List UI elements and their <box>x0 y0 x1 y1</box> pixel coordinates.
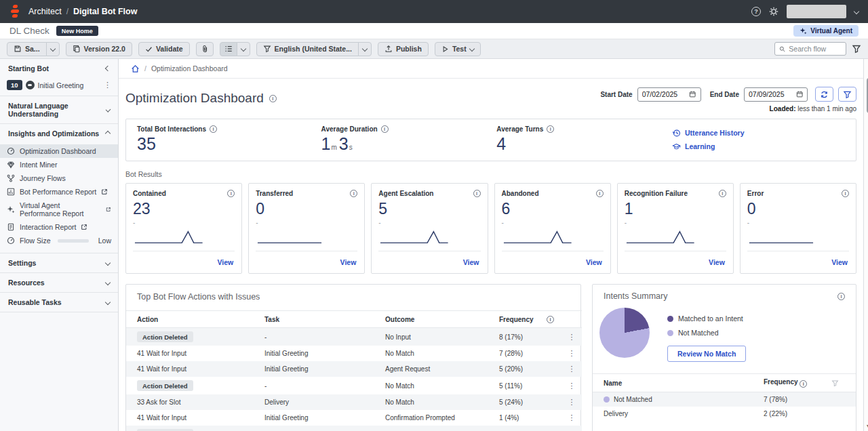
info-icon[interactable] <box>719 190 726 197</box>
info-icon[interactable] <box>837 293 845 300</box>
sidebar-item-interaction-report[interactable]: Interaction Report <box>0 220 118 234</box>
search-flow-input[interactable] <box>789 45 842 53</box>
history-icon <box>672 129 681 138</box>
table-row[interactable]: 33 Ask for Slot Delivery No Match 5 (24%… <box>126 394 582 410</box>
table-row[interactable]: 41 Wait for Input Initial Greeting No Ma… <box>126 346 582 361</box>
kebab-menu-icon[interactable] <box>104 81 111 89</box>
table-filter-icon[interactable] <box>831 379 839 387</box>
table-row[interactable]: 41 Wait for Input Initial Greeting Agent… <box>126 361 582 377</box>
dashboard-filter-button[interactable] <box>838 87 856 102</box>
app-header: Architect / Digital Bot Flow <box>0 0 868 23</box>
card-abandoned: Abandoned 6 - View <box>494 183 611 274</box>
help-icon[interactable] <box>751 7 761 16</box>
task-list-menu-button[interactable] <box>237 42 250 56</box>
version-label: Version 22.0 <box>84 45 125 53</box>
row-menu-icon[interactable] <box>568 398 576 406</box>
info-icon[interactable] <box>547 316 554 323</box>
card-title: Transferred <box>256 190 293 197</box>
info-icon[interactable] <box>842 190 849 197</box>
table-row[interactable]: 41 Wait for Input Initial Greeting Confi… <box>126 410 582 426</box>
row-menu-icon[interactable] <box>568 413 576 422</box>
table-row[interactable]: Delivery 2 (22%) <box>593 407 856 421</box>
info-icon[interactable] <box>210 125 217 133</box>
publish-button[interactable]: Publish <box>378 42 429 56</box>
col-task[interactable]: Task <box>262 311 382 328</box>
sidebar-item-optimization-dashboard[interactable]: Optimization Dashboard <box>0 144 118 158</box>
sidebar-item-journey-flows[interactable]: Journey Flows <box>0 171 118 185</box>
chevron-down-icon[interactable] <box>105 300 111 305</box>
sidebar-section-nlu[interactable]: Natural Language Understanding <box>0 96 118 123</box>
flow-size-level: Low <box>98 237 111 245</box>
collapse-icon[interactable] <box>105 66 111 71</box>
sidebar-section-settings[interactable]: Settings <box>0 253 118 272</box>
info-icon[interactable] <box>350 190 357 197</box>
row-menu-icon[interactable] <box>568 349 576 357</box>
utterance-history-link[interactable]: Utterance History <box>672 129 845 138</box>
refresh-button[interactable] <box>815 87 833 102</box>
calendar-icon[interactable] <box>796 90 803 98</box>
col-outcome[interactable]: Outcome <box>382 311 496 328</box>
language-button[interactable]: English (United State... <box>256 42 359 56</box>
card-title: Abandoned <box>502 190 539 197</box>
sidebar-item-initial-greeting[interactable]: 10 Initial Greeting <box>0 78 118 96</box>
sidebar-item-virtual-agent-performance-report[interactable]: Virtual Agent Performance Report <box>0 199 118 220</box>
sidebar-section-insights[interactable]: Insights and Optimizations <box>0 124 118 143</box>
save-button[interactable]: Sa... <box>7 42 47 56</box>
task-list-button[interactable] <box>220 42 237 56</box>
sidebar-item-bot-performance-report[interactable]: Bot Performance Report <box>0 185 118 199</box>
validate-button[interactable]: Validate <box>138 42 190 56</box>
chevron-down-icon[interactable] <box>105 260 111 266</box>
test-button[interactable]: Test <box>435 42 481 56</box>
col-name[interactable]: Name <box>593 374 761 392</box>
version-button[interactable]: Version 22.0 <box>66 42 132 56</box>
view-link[interactable]: View <box>463 258 479 266</box>
gear-icon[interactable] <box>769 7 778 16</box>
info-icon[interactable] <box>269 95 277 102</box>
info-icon[interactable] <box>381 125 389 133</box>
view-link[interactable]: View <box>831 258 848 266</box>
sidebar-item-intent-miner[interactable]: Intent Miner <box>0 158 118 171</box>
calendar-icon[interactable] <box>689 90 696 98</box>
view-link[interactable]: View <box>217 258 233 266</box>
start-date-input[interactable] <box>642 90 690 98</box>
home-icon[interactable] <box>131 64 140 73</box>
row-menu-icon[interactable] <box>568 382 576 390</box>
chevron-down-icon[interactable] <box>105 280 111 285</box>
row-menu-icon[interactable] <box>568 333 576 341</box>
table-row[interactable]: Action Deleted - No Input 8 (17%) <box>126 328 582 346</box>
dependencies-button[interactable] <box>196 42 214 56</box>
validate-label: Validate <box>156 45 183 53</box>
user-menu[interactable] <box>787 5 846 18</box>
row-menu-icon[interactable] <box>568 365 576 373</box>
chevron-up-icon[interactable] <box>105 131 111 136</box>
table-row[interactable]: Action Deleted - No Match 5 (11%) <box>126 377 582 394</box>
learning-link[interactable]: Learning <box>672 142 845 151</box>
review-no-match-button[interactable]: Review No Match <box>667 346 746 362</box>
sidebar-item-flow-size[interactable]: Flow Size Low <box>0 234 118 247</box>
sidebar-section-reusable-tasks[interactable]: Reusable Tasks <box>0 293 118 312</box>
info-icon[interactable] <box>800 380 807 388</box>
view-link[interactable]: View <box>586 258 602 266</box>
language-menu-button[interactable] <box>358 42 372 56</box>
save-icon <box>14 45 22 53</box>
sidebar-section-starting-bot[interactable]: Starting Bot <box>0 59 118 78</box>
info-icon[interactable] <box>227 190 235 197</box>
save-menu-button[interactable] <box>46 42 60 56</box>
table-row[interactable]: Not Matched 7 (78%) <box>593 392 856 407</box>
chevron-down-icon[interactable] <box>854 9 859 14</box>
view-link[interactable]: View <box>709 258 725 266</box>
info-icon[interactable] <box>596 190 604 197</box>
table-row[interactable]: Action Deleted - No Match 1 (2%) <box>126 426 582 431</box>
vertical-scrollbar[interactable] <box>863 59 868 431</box>
col-frequency[interactable]: Frequency <box>761 374 829 392</box>
refresh-icon <box>820 90 829 99</box>
search-filter-icon[interactable] <box>852 44 861 54</box>
info-icon[interactable] <box>473 190 481 197</box>
end-date-input[interactable] <box>749 90 796 98</box>
info-icon[interactable] <box>547 125 554 133</box>
virtual-agent-button[interactable]: Virtual Agent <box>793 25 859 37</box>
sidebar-section-resources[interactable]: Resources <box>0 273 118 292</box>
col-frequency[interactable]: Frequency <box>496 311 544 328</box>
view-link[interactable]: View <box>340 258 357 266</box>
col-action[interactable]: Action <box>126 311 262 328</box>
